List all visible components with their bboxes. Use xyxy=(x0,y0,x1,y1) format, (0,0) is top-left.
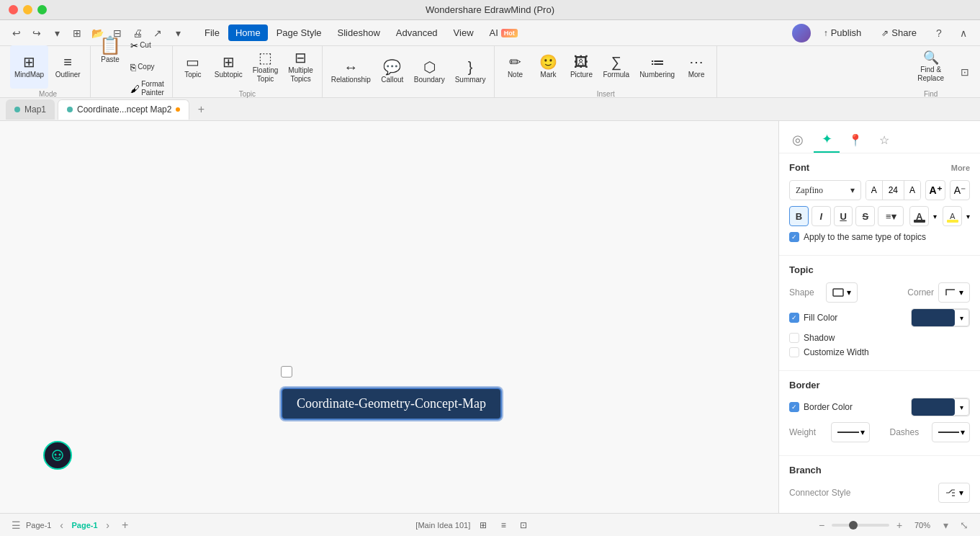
summary-button[interactable]: } Summary xyxy=(451,50,490,94)
find-replace-button[interactable]: 🔍 Find & Replace xyxy=(913,45,948,89)
panel-tab-star[interactable]: ☆ xyxy=(871,127,897,153)
border-color-arrow[interactable]: ▾ xyxy=(955,398,969,416)
strikethrough-button[interactable]: S xyxy=(855,206,875,226)
expand-button[interactable]: ⤡ xyxy=(957,518,971,532)
panel-tab-pin[interactable]: 📍 xyxy=(842,127,868,153)
mindmap-button[interactable]: ⊞ MindMap xyxy=(10,45,48,89)
share-button[interactable]: ⇗ Share xyxy=(874,24,924,41)
page-arrow-left[interactable]: ‹ xyxy=(54,518,68,532)
paste-button[interactable]: 📋 Paste xyxy=(95,35,125,66)
tab-map2[interactable]: Coordinate...ncept Map2 xyxy=(58,99,189,120)
list-view-button[interactable]: ≡ xyxy=(496,518,511,532)
fullscreen-view-button[interactable]: ⊡ xyxy=(516,518,531,532)
fill-color-checkbox[interactable] xyxy=(789,313,799,323)
italic-button[interactable]: I xyxy=(812,206,831,226)
fullscreen-button[interactable]: ⊡ xyxy=(956,63,974,81)
minimize-button[interactable] xyxy=(23,5,32,14)
fill-color-swatch[interactable] xyxy=(912,309,955,326)
bold-button[interactable]: B xyxy=(789,206,809,226)
zoom-dropdown-button[interactable]: ▾ xyxy=(938,518,953,532)
format-painter-button[interactable]: 🖌 Format Painter xyxy=(127,79,168,99)
numbering-button[interactable]: ≔ Numbering xyxy=(635,45,679,89)
menu-home[interactable]: Home xyxy=(228,24,268,41)
maximize-button[interactable] xyxy=(37,5,47,14)
font-color-chevron[interactable]: ▾ xyxy=(933,213,937,220)
menu-ai[interactable]: AI Hot xyxy=(482,24,525,41)
formula-button[interactable]: ∑ Formula xyxy=(598,45,634,89)
publish-button[interactable]: ↑ Publish xyxy=(817,24,869,41)
font-more-button[interactable]: More xyxy=(951,164,970,172)
boundary-button[interactable]: ⬡ Boundary xyxy=(410,50,449,94)
sidebar-toggle-button[interactable]: ☰ xyxy=(9,518,23,532)
panel-tab-style[interactable]: ◎ xyxy=(785,127,811,153)
font-decrease-button[interactable]: A⁻ xyxy=(950,180,970,200)
font-size-increase-button[interactable]: A xyxy=(904,181,920,200)
add-page-button[interactable]: + xyxy=(118,518,132,532)
border-color-checkbox[interactable] xyxy=(789,402,799,412)
zoom-slider[interactable] xyxy=(832,524,889,527)
panel-tab-ai[interactable]: ✦ xyxy=(814,127,840,153)
font-size-decrease-button[interactable]: A xyxy=(866,181,882,200)
shadow-checkbox[interactable] xyxy=(789,333,799,343)
mind-map-node[interactable]: Coordinate-Geometry-Concept-Map xyxy=(281,388,502,420)
highlight-color-chevron[interactable]: ▾ xyxy=(966,213,970,220)
align-button[interactable]: ≡▾ xyxy=(878,206,904,226)
undo-button[interactable]: ↩ xyxy=(7,24,26,43)
user-avatar[interactable] xyxy=(792,24,811,43)
corner-select[interactable]: ▾ xyxy=(938,282,970,303)
font-family-select[interactable]: Zapfino ▾ xyxy=(789,180,861,200)
add-tab-button[interactable]: + xyxy=(192,101,210,118)
menu-slideshow[interactable]: Slideshow xyxy=(331,24,387,41)
font-color-button[interactable]: A xyxy=(909,206,929,226)
border-color-picker[interactable]: ▾ xyxy=(911,398,970,416)
picture-button[interactable]: 🖼 Picture xyxy=(565,45,597,89)
zoom-out-button[interactable]: − xyxy=(814,518,829,532)
grid-view-button[interactable]: ⊞ xyxy=(476,518,490,532)
fill-color-picker[interactable]: ▾ xyxy=(911,308,970,327)
tab-map1[interactable]: Map1 xyxy=(6,99,55,120)
new-button[interactable]: ⊞ xyxy=(68,24,86,43)
font-increase-button[interactable]: A⁺ xyxy=(925,180,945,200)
outliner-button[interactable]: ≡ Outliner xyxy=(50,45,86,89)
canvas-area[interactable]: Coordinate-Geometry-Concept-Map xyxy=(0,121,778,513)
subtopic-button[interactable]: ⊞ Subtopic xyxy=(210,45,247,89)
topic-button[interactable]: ▭ Topic xyxy=(177,45,209,89)
multiple-topics-button[interactable]: ⊟ Multiple Topics xyxy=(284,45,317,89)
zoom-in-button[interactable]: + xyxy=(892,518,907,532)
menu-view[interactable]: View xyxy=(446,24,481,41)
shape-select[interactable]: ▾ xyxy=(826,282,858,303)
menu-advanced[interactable]: Advanced xyxy=(389,24,445,41)
node-handle[interactable] xyxy=(281,366,292,378)
floating-topic-button[interactable]: ⬚ Floating Topic xyxy=(248,45,283,89)
cut-button[interactable]: ✂ Cut xyxy=(127,35,168,55)
menu-page-style[interactable]: Page Style xyxy=(269,24,329,41)
highlight-color-button[interactable]: A̲ xyxy=(943,206,962,226)
customize-width-checkbox[interactable] xyxy=(789,347,799,357)
underline-button[interactable]: U xyxy=(834,206,853,226)
border-color-swatch[interactable] xyxy=(912,398,955,416)
ai-assistant-button[interactable] xyxy=(43,441,72,470)
redo-button[interactable]: ↪ xyxy=(27,24,46,43)
history-button[interactable]: ▾ xyxy=(48,24,66,43)
weight-select[interactable]: ▾ xyxy=(831,422,870,442)
relationship-group: ↔ Relationship 💬 Callout ⬡ Boundary } Su… xyxy=(323,46,495,97)
mark-button[interactable]: 🙂 Mark xyxy=(532,45,564,89)
callout-button[interactable]: 💬 Callout xyxy=(377,50,408,94)
more-button[interactable]: ⋯ More xyxy=(680,45,712,89)
note-button[interactable]: ✏ Note xyxy=(499,45,531,89)
fill-color-arrow[interactable]: ▾ xyxy=(955,309,969,326)
status-mid: [Main Idea 101] ⊞ ≡ ⊡ xyxy=(138,518,809,532)
app-title: Wondershare EdrawMind (Pro) xyxy=(426,4,554,15)
help-button[interactable]: ? xyxy=(930,24,948,43)
copy-button[interactable]: ⎘ Copy xyxy=(127,57,168,77)
apply-same-type-checkbox[interactable] xyxy=(789,232,799,242)
relationship-button[interactable]: ↔ Relationship xyxy=(327,50,375,94)
menu-file[interactable]: File xyxy=(197,24,227,41)
dashes-select[interactable]: ▾ xyxy=(932,422,971,442)
page-arrow-right[interactable]: › xyxy=(101,518,115,532)
collapse-button[interactable]: ∧ xyxy=(954,24,973,43)
connector-style-select[interactable]: ▾ xyxy=(938,483,970,503)
export-more-button[interactable]: ▾ xyxy=(168,24,187,43)
close-button[interactable] xyxy=(9,5,18,14)
main-topic-node[interactable]: Coordinate-Geometry-Concept-Map xyxy=(281,388,502,420)
